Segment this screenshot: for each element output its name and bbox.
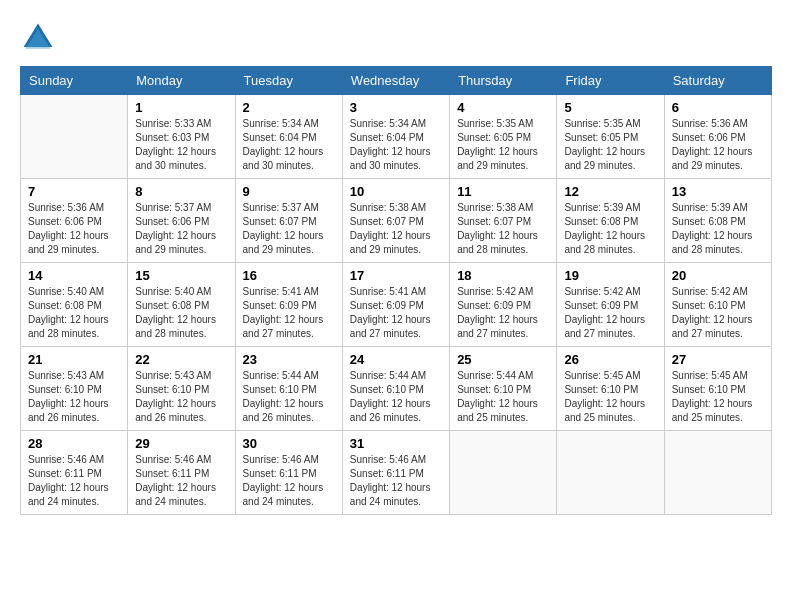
day-number: 21 xyxy=(28,352,120,367)
day-number: 14 xyxy=(28,268,120,283)
day-info: Sunrise: 5:46 AMSunset: 6:11 PMDaylight:… xyxy=(135,453,227,509)
calendar-cell: 17Sunrise: 5:41 AMSunset: 6:09 PMDayligh… xyxy=(342,263,449,347)
day-number: 10 xyxy=(350,184,442,199)
day-info: Sunrise: 5:39 AMSunset: 6:08 PMDaylight:… xyxy=(564,201,656,257)
weekday-header-thursday: Thursday xyxy=(450,67,557,95)
day-info: Sunrise: 5:41 AMSunset: 6:09 PMDaylight:… xyxy=(350,285,442,341)
calendar-cell: 24Sunrise: 5:44 AMSunset: 6:10 PMDayligh… xyxy=(342,347,449,431)
calendar-cell: 15Sunrise: 5:40 AMSunset: 6:08 PMDayligh… xyxy=(128,263,235,347)
calendar-cell: 5Sunrise: 5:35 AMSunset: 6:05 PMDaylight… xyxy=(557,95,664,179)
day-info: Sunrise: 5:35 AMSunset: 6:05 PMDaylight:… xyxy=(564,117,656,173)
day-info: Sunrise: 5:37 AMSunset: 6:06 PMDaylight:… xyxy=(135,201,227,257)
day-number: 11 xyxy=(457,184,549,199)
day-number: 31 xyxy=(350,436,442,451)
calendar-cell: 25Sunrise: 5:44 AMSunset: 6:10 PMDayligh… xyxy=(450,347,557,431)
calendar-cell: 20Sunrise: 5:42 AMSunset: 6:10 PMDayligh… xyxy=(664,263,771,347)
logo xyxy=(20,20,60,56)
day-number: 4 xyxy=(457,100,549,115)
weekday-header-saturday: Saturday xyxy=(664,67,771,95)
day-info: Sunrise: 5:42 AMSunset: 6:09 PMDaylight:… xyxy=(457,285,549,341)
calendar-cell: 12Sunrise: 5:39 AMSunset: 6:08 PMDayligh… xyxy=(557,179,664,263)
day-number: 18 xyxy=(457,268,549,283)
weekday-header-tuesday: Tuesday xyxy=(235,67,342,95)
calendar-table: SundayMondayTuesdayWednesdayThursdayFrid… xyxy=(20,66,772,515)
day-number: 19 xyxy=(564,268,656,283)
day-number: 6 xyxy=(672,100,764,115)
day-number: 17 xyxy=(350,268,442,283)
day-number: 24 xyxy=(350,352,442,367)
day-info: Sunrise: 5:41 AMSunset: 6:09 PMDaylight:… xyxy=(243,285,335,341)
day-info: Sunrise: 5:34 AMSunset: 6:04 PMDaylight:… xyxy=(350,117,442,173)
page-header xyxy=(20,20,772,56)
calendar-cell: 3Sunrise: 5:34 AMSunset: 6:04 PMDaylight… xyxy=(342,95,449,179)
calendar-cell: 6Sunrise: 5:36 AMSunset: 6:06 PMDaylight… xyxy=(664,95,771,179)
day-info: Sunrise: 5:46 AMSunset: 6:11 PMDaylight:… xyxy=(243,453,335,509)
day-number: 20 xyxy=(672,268,764,283)
calendar-cell: 18Sunrise: 5:42 AMSunset: 6:09 PMDayligh… xyxy=(450,263,557,347)
day-number: 26 xyxy=(564,352,656,367)
calendar-cell: 28Sunrise: 5:46 AMSunset: 6:11 PMDayligh… xyxy=(21,431,128,515)
day-number: 25 xyxy=(457,352,549,367)
day-info: Sunrise: 5:45 AMSunset: 6:10 PMDaylight:… xyxy=(564,369,656,425)
week-row-4: 21Sunrise: 5:43 AMSunset: 6:10 PMDayligh… xyxy=(21,347,772,431)
day-number: 9 xyxy=(243,184,335,199)
calendar-cell: 22Sunrise: 5:43 AMSunset: 6:10 PMDayligh… xyxy=(128,347,235,431)
day-info: Sunrise: 5:38 AMSunset: 6:07 PMDaylight:… xyxy=(457,201,549,257)
day-number: 22 xyxy=(135,352,227,367)
calendar-cell: 13Sunrise: 5:39 AMSunset: 6:08 PMDayligh… xyxy=(664,179,771,263)
calendar-cell: 27Sunrise: 5:45 AMSunset: 6:10 PMDayligh… xyxy=(664,347,771,431)
calendar-cell: 16Sunrise: 5:41 AMSunset: 6:09 PMDayligh… xyxy=(235,263,342,347)
calendar-cell xyxy=(450,431,557,515)
calendar-cell: 19Sunrise: 5:42 AMSunset: 6:09 PMDayligh… xyxy=(557,263,664,347)
week-row-5: 28Sunrise: 5:46 AMSunset: 6:11 PMDayligh… xyxy=(21,431,772,515)
calendar-cell: 29Sunrise: 5:46 AMSunset: 6:11 PMDayligh… xyxy=(128,431,235,515)
day-number: 5 xyxy=(564,100,656,115)
day-number: 13 xyxy=(672,184,764,199)
day-info: Sunrise: 5:36 AMSunset: 6:06 PMDaylight:… xyxy=(28,201,120,257)
week-row-3: 14Sunrise: 5:40 AMSunset: 6:08 PMDayligh… xyxy=(21,263,772,347)
day-info: Sunrise: 5:43 AMSunset: 6:10 PMDaylight:… xyxy=(28,369,120,425)
calendar-cell: 1Sunrise: 5:33 AMSunset: 6:03 PMDaylight… xyxy=(128,95,235,179)
day-number: 2 xyxy=(243,100,335,115)
calendar-cell: 21Sunrise: 5:43 AMSunset: 6:10 PMDayligh… xyxy=(21,347,128,431)
day-info: Sunrise: 5:35 AMSunset: 6:05 PMDaylight:… xyxy=(457,117,549,173)
day-number: 1 xyxy=(135,100,227,115)
day-info: Sunrise: 5:33 AMSunset: 6:03 PMDaylight:… xyxy=(135,117,227,173)
day-info: Sunrise: 5:40 AMSunset: 6:08 PMDaylight:… xyxy=(135,285,227,341)
day-info: Sunrise: 5:39 AMSunset: 6:08 PMDaylight:… xyxy=(672,201,764,257)
day-info: Sunrise: 5:37 AMSunset: 6:07 PMDaylight:… xyxy=(243,201,335,257)
day-number: 3 xyxy=(350,100,442,115)
calendar-cell xyxy=(664,431,771,515)
day-info: Sunrise: 5:42 AMSunset: 6:09 PMDaylight:… xyxy=(564,285,656,341)
weekday-header-row: SundayMondayTuesdayWednesdayThursdayFrid… xyxy=(21,67,772,95)
day-number: 7 xyxy=(28,184,120,199)
calendar-cell: 7Sunrise: 5:36 AMSunset: 6:06 PMDaylight… xyxy=(21,179,128,263)
calendar-cell: 4Sunrise: 5:35 AMSunset: 6:05 PMDaylight… xyxy=(450,95,557,179)
day-number: 8 xyxy=(135,184,227,199)
calendar-cell: 9Sunrise: 5:37 AMSunset: 6:07 PMDaylight… xyxy=(235,179,342,263)
calendar-cell xyxy=(557,431,664,515)
calendar-cell: 23Sunrise: 5:44 AMSunset: 6:10 PMDayligh… xyxy=(235,347,342,431)
day-info: Sunrise: 5:34 AMSunset: 6:04 PMDaylight:… xyxy=(243,117,335,173)
day-number: 16 xyxy=(243,268,335,283)
calendar-cell: 11Sunrise: 5:38 AMSunset: 6:07 PMDayligh… xyxy=(450,179,557,263)
day-number: 30 xyxy=(243,436,335,451)
day-info: Sunrise: 5:44 AMSunset: 6:10 PMDaylight:… xyxy=(457,369,549,425)
day-info: Sunrise: 5:46 AMSunset: 6:11 PMDaylight:… xyxy=(350,453,442,509)
calendar-cell: 31Sunrise: 5:46 AMSunset: 6:11 PMDayligh… xyxy=(342,431,449,515)
calendar-cell: 10Sunrise: 5:38 AMSunset: 6:07 PMDayligh… xyxy=(342,179,449,263)
day-number: 29 xyxy=(135,436,227,451)
day-number: 27 xyxy=(672,352,764,367)
week-row-2: 7Sunrise: 5:36 AMSunset: 6:06 PMDaylight… xyxy=(21,179,772,263)
day-info: Sunrise: 5:46 AMSunset: 6:11 PMDaylight:… xyxy=(28,453,120,509)
calendar-cell xyxy=(21,95,128,179)
day-info: Sunrise: 5:45 AMSunset: 6:10 PMDaylight:… xyxy=(672,369,764,425)
calendar-cell: 2Sunrise: 5:34 AMSunset: 6:04 PMDaylight… xyxy=(235,95,342,179)
day-info: Sunrise: 5:36 AMSunset: 6:06 PMDaylight:… xyxy=(672,117,764,173)
calendar-cell: 8Sunrise: 5:37 AMSunset: 6:06 PMDaylight… xyxy=(128,179,235,263)
weekday-header-monday: Monday xyxy=(128,67,235,95)
day-info: Sunrise: 5:43 AMSunset: 6:10 PMDaylight:… xyxy=(135,369,227,425)
day-info: Sunrise: 5:44 AMSunset: 6:10 PMDaylight:… xyxy=(243,369,335,425)
day-info: Sunrise: 5:42 AMSunset: 6:10 PMDaylight:… xyxy=(672,285,764,341)
calendar-cell: 30Sunrise: 5:46 AMSunset: 6:11 PMDayligh… xyxy=(235,431,342,515)
